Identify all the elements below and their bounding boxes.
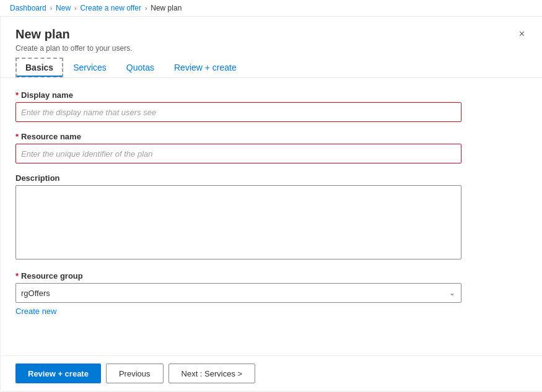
resource-name-label: * Resource name [15, 132, 527, 141]
panel-header: New plan Create a plan to offer to your … [1, 17, 542, 58]
resource-name-input[interactable] [15, 144, 461, 163]
resource-group-required-star: * [15, 271, 19, 281]
description-group: Description [15, 173, 527, 261]
breadcrumb-current: New plan [151, 4, 181, 12]
tab-services[interactable]: Services [63, 58, 116, 77]
close-button[interactable]: × [517, 27, 527, 41]
next-services-button[interactable]: Next : Services > [168, 364, 256, 383]
tabs-bar: Basics Services Quotas Review + create [1, 58, 542, 78]
review-create-button[interactable]: Review + create [15, 364, 101, 383]
breadcrumb-create-offer[interactable]: Create a new offer [80, 4, 141, 12]
tab-review-create[interactable]: Review + create [164, 58, 247, 77]
panel-subtitle: Create a plan to offer to your users. [15, 44, 133, 53]
breadcrumb-new[interactable]: New [56, 4, 71, 12]
create-new-link[interactable]: Create new [15, 307, 56, 316]
breadcrumb: Dashboard › New › Create a new offer › N… [0, 0, 542, 17]
breadcrumb-sep-3: › [145, 5, 147, 12]
tab-basics[interactable]: Basics [15, 58, 63, 77]
resource-name-group: * Resource name [15, 132, 527, 163]
panel-title: New plan [15, 27, 133, 41]
description-label: Description [15, 173, 527, 183]
resource-name-required-star: * [15, 132, 19, 141]
tab-quotas[interactable]: Quotas [116, 58, 164, 77]
resource-group-label: * Resource group [15, 271, 527, 281]
display-name-group: * Display name [15, 90, 527, 122]
resource-group-select-wrapper: rgOffers ⌄ [15, 283, 461, 303]
previous-button[interactable]: Previous [106, 364, 164, 383]
breadcrumb-sep-2: › [74, 5, 76, 12]
breadcrumb-sep-1: › [50, 5, 52, 12]
resource-group-select[interactable]: rgOffers [15, 283, 461, 303]
form-content: * Display name * Resource name Descripti… [1, 78, 542, 355]
panel-header-text: New plan Create a plan to offer to your … [15, 27, 133, 53]
resource-group-group: * Resource group rgOffers ⌄ Create new [15, 271, 527, 316]
display-name-input[interactable] [15, 102, 461, 122]
display-name-required-star: * [15, 90, 19, 100]
panel-footer: Review + create Previous Next : Services… [1, 355, 542, 391]
breadcrumb-dashboard[interactable]: Dashboard [10, 4, 46, 12]
description-textarea[interactable] [15, 185, 461, 259]
display-name-label: * Display name [15, 90, 527, 100]
new-plan-panel: New plan Create a plan to offer to your … [0, 17, 542, 391]
